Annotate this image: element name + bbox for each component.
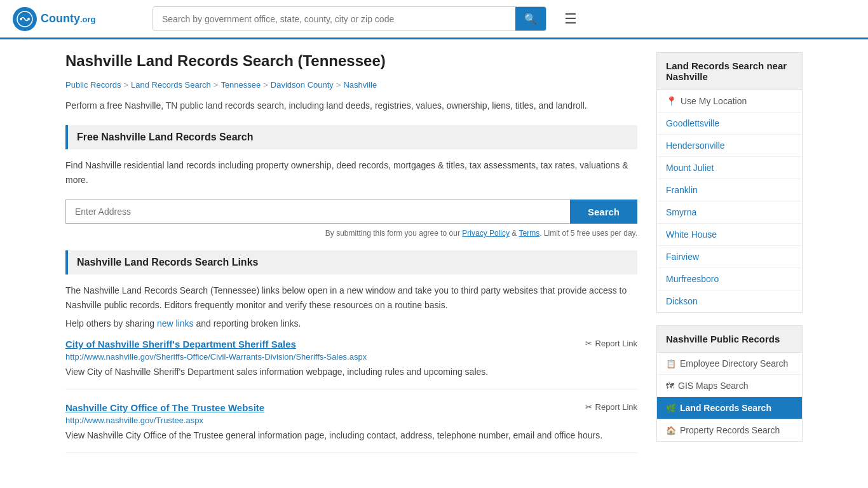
header-search-input[interactable] — [153, 8, 515, 30]
hamburger-icon: ☰ — [564, 11, 577, 27]
site-header: County.org 🔍 ☰ — [0, 0, 868, 39]
sidebar-nearby-franklin: Franklin — [657, 179, 802, 201]
property-records-label: Property Records Search — [680, 425, 780, 435]
sidebar-nearby-dickson: Dickson — [657, 290, 802, 312]
header-search-button[interactable]: 🔍 — [515, 7, 546, 30]
page-description: Perform a free Nashville, TN public land… — [65, 98, 637, 112]
record-link-header: City of Nashville Sheriff's Department S… — [65, 339, 637, 349]
sidebar-nearby-hendersonville: Hendersonville — [657, 135, 802, 157]
record-link-item-2: Nashville City Office of The Trustee Web… — [65, 402, 637, 453]
employee-directory-label: Employee Directory Search — [680, 358, 788, 369]
sidebar-public-records-title: Nashville Public Records — [657, 326, 802, 353]
scissors-icon-2: ✂ — [585, 402, 592, 412]
land-records-label: Land Records Search — [680, 403, 771, 413]
svg-point-2 — [27, 18, 30, 20]
breadcrumb-sep-3: > — [263, 80, 268, 90]
sidebar-public-records-box: Nashville Public Records 📋 Employee Dire… — [656, 325, 803, 442]
sidebar-nearby-smyrna: Smyrna — [657, 201, 802, 224]
logo-area: County.org — [13, 7, 140, 31]
sidebar-nearby-title: Land Records Search near Nashville — [657, 53, 802, 90]
main-content: Nashville Land Records Search (Tennessee… — [65, 52, 637, 466]
privacy-policy-link[interactable]: Privacy Policy — [462, 229, 510, 238]
breadcrumb-sep-2: > — [214, 80, 219, 90]
record-link-desc-1: View City of Nashville Sheriff's Departm… — [65, 365, 637, 379]
breadcrumb-land-records[interactable]: Land Records Search — [131, 80, 211, 90]
address-search-button[interactable]: Search — [570, 200, 637, 224]
property-records-icon: 🏠 — [666, 426, 676, 435]
sidebar-nearby-goodlettsville: Goodlettsville — [657, 112, 802, 135]
terms-link[interactable]: Terms — [519, 229, 539, 238]
employee-directory-link[interactable]: 📋 Employee Directory Search — [657, 353, 802, 374]
report-link-button-1[interactable]: ✂ Report Link — [585, 339, 637, 348]
record-link-url-1: http://www.nashville.gov/Sheriffs-Office… — [65, 352, 637, 362]
svg-point-1 — [20, 18, 22, 20]
scissors-icon-1: ✂ — [585, 339, 592, 348]
record-link-url-2: http://www.nashville.gov/Trustee.aspx — [65, 416, 637, 425]
breadcrumb-nashville[interactable]: Nashville — [343, 80, 377, 90]
nearby-link-murfreesboro[interactable]: Murfreesboro — [657, 268, 802, 290]
page-title: Nashville Land Records Search (Tennessee… — [65, 52, 637, 70]
sidebar-public-records-list: 📋 Employee Directory Search 🗺 GIS Maps S… — [657, 353, 802, 441]
breadcrumb-sep-4: > — [336, 80, 341, 90]
property-records-link[interactable]: 🏠 Property Records Search — [657, 419, 802, 441]
gis-maps-icon: 🗺 — [666, 381, 674, 391]
form-disclaimer: By submitting this form you agree to our… — [65, 229, 637, 238]
sidebar-nearby-murfreesboro: Murfreesboro — [657, 268, 802, 290]
nearby-link-white-house[interactable]: White House — [657, 224, 802, 245]
record-link-header-2: Nashville City Office of The Trustee Web… — [65, 402, 637, 413]
search-magnifier-icon: 🔍 — [524, 13, 537, 24]
sidebar-use-location-item: 📍 Use My Location — [657, 90, 802, 112]
sidebar-land-records: 🌿 Land Records Search — [657, 397, 802, 419]
new-links-link[interactable]: new links — [157, 318, 194, 329]
land-records-link[interactable]: 🌿 Land Records Search — [657, 397, 802, 419]
nearby-link-franklin[interactable]: Franklin — [657, 179, 802, 201]
hamburger-menu-button[interactable]: ☰ — [559, 8, 582, 30]
sidebar-nearby-white-house: White House — [657, 224, 802, 246]
nearby-link-mount-juliet[interactable]: Mount Juliet — [657, 157, 802, 179]
sidebar: Land Records Search near Nashville 📍 Use… — [656, 52, 803, 466]
share-links-text: Help others by sharing new links and rep… — [65, 318, 637, 329]
breadcrumb-davidson-county[interactable]: Davidson County — [271, 80, 334, 90]
free-search-heading: Free Nashville Land Records Search — [65, 125, 637, 149]
employee-directory-icon: 📋 — [666, 359, 676, 369]
report-link-button-2[interactable]: ✂ Report Link — [585, 402, 637, 412]
gis-maps-label: GIS Maps Search — [678, 381, 749, 391]
free-search-desc: Find Nashville residential land records … — [65, 158, 637, 187]
breadcrumb-tennessee[interactable]: Tennessee — [220, 80, 261, 90]
record-link-item: City of Nashville Sheriff's Department S… — [65, 339, 637, 390]
location-pin-icon: 📍 — [666, 96, 677, 106]
address-input[interactable] — [65, 200, 570, 224]
page-wrap: Nashville Land Records Search (Tennessee… — [53, 39, 815, 478]
sidebar-property-records: 🏠 Property Records Search — [657, 419, 802, 441]
breadcrumb-sep-1: > — [123, 80, 128, 90]
logo-icon — [13, 7, 37, 31]
sidebar-gis-maps: 🗺 GIS Maps Search — [657, 375, 802, 397]
sidebar-nearby-box: Land Records Search near Nashville 📍 Use… — [656, 52, 803, 313]
gis-maps-link[interactable]: 🗺 GIS Maps Search — [657, 375, 802, 396]
nearby-link-goodlettsville[interactable]: Goodlettsville — [657, 112, 802, 134]
sidebar-nearby-fairview: Fairview — [657, 246, 802, 268]
nearby-link-hendersonville[interactable]: Hendersonville — [657, 135, 802, 156]
land-records-icon: 🌿 — [666, 403, 676, 413]
nearby-link-dickson[interactable]: Dickson — [657, 290, 802, 312]
sidebar-employee-directory: 📋 Employee Directory Search — [657, 353, 802, 375]
header-search-bar[interactable]: 🔍 — [153, 6, 546, 31]
address-search-form: Search — [65, 200, 637, 224]
logo-text: County.org — [41, 12, 96, 25]
breadcrumb: Public Records > Land Records Search > T… — [65, 80, 637, 90]
links-description: The Nashville Land Records Search (Tenne… — [65, 283, 637, 312]
links-heading: Nashville Land Records Search Links — [65, 250, 637, 274]
sidebar-nearby-mount-juliet: Mount Juliet — [657, 157, 802, 179]
sidebar-nearby-list: 📍 Use My Location Goodlettsville Henders… — [657, 90, 802, 312]
breadcrumb-public-records[interactable]: Public Records — [65, 80, 121, 90]
nearby-link-fairview[interactable]: Fairview — [657, 246, 802, 268]
record-link-title-2[interactable]: Nashville City Office of The Trustee Web… — [65, 402, 264, 413]
nearby-link-smyrna[interactable]: Smyrna — [657, 201, 802, 223]
use-location-label: Use My Location — [681, 96, 747, 106]
use-location-link[interactable]: 📍 Use My Location — [657, 90, 802, 112]
record-link-desc-2: View Nashville City Office of the Truste… — [65, 429, 637, 442]
record-link-title-1[interactable]: City of Nashville Sheriff's Department S… — [65, 339, 296, 349]
